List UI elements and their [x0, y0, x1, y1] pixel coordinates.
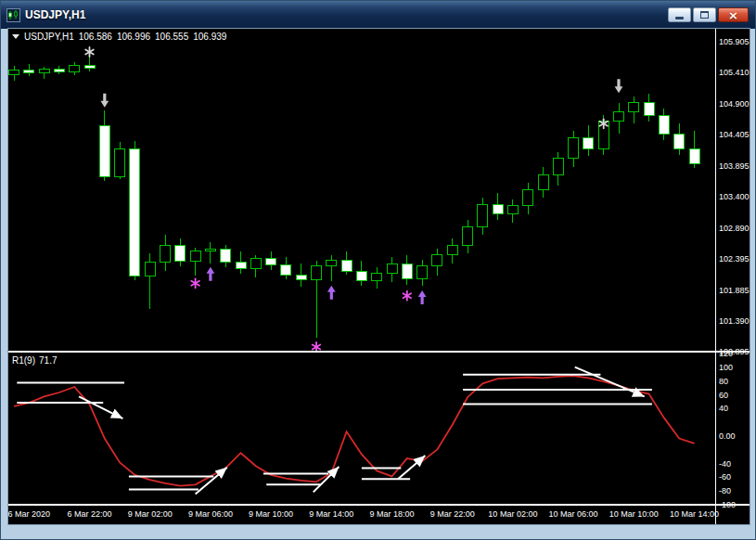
time-label: 6 Mar 2020 — [8, 509, 51, 519]
trend-segment[interactable] — [196, 468, 227, 495]
quote-high: 106.996 — [117, 32, 150, 42]
main-chart-panel[interactable]: USDJPY,H1 106.586 106.996 106.555 106.93… — [8, 29, 715, 351]
time-label: 10 Mar 06:00 — [549, 509, 598, 519]
price-label: 104.405 — [719, 130, 750, 139]
price-label: 104.900 — [719, 99, 750, 109]
time-label: 9 Mar 18:00 — [369, 509, 414, 519]
indicator-value: 71.7 — [39, 355, 57, 366]
star-signal-icon — [85, 47, 94, 57]
price-axis[interactable]: 105.905105.410104.900104.405103.895103.4… — [717, 29, 750, 351]
indicator-name: R1(9) — [12, 355, 35, 366]
chart-symbol: USDJPY,H1 — [24, 32, 74, 42]
candle — [432, 249, 442, 276]
candle — [569, 131, 579, 167]
price-label: 103.895 — [719, 161, 750, 171]
price-label: 105.410 — [719, 68, 750, 77]
candle — [160, 235, 171, 271]
indicator-scale-label: 80 — [719, 377, 728, 386]
candle — [629, 96, 639, 123]
chevron-down-icon[interactable] — [12, 34, 19, 39]
time-label: 10 Mar 02:00 — [488, 509, 537, 519]
time-label: 9 Mar 06:00 — [188, 509, 233, 519]
candle — [356, 261, 366, 286]
price-label: 101.390 — [719, 316, 750, 326]
candle — [644, 94, 654, 121]
up-arrow-signal-icon — [207, 267, 215, 281]
indicator-scale-label: 100 — [719, 363, 733, 372]
level-lines — [17, 367, 652, 495]
window-controls: × — [668, 7, 749, 22]
window-icon — [6, 8, 20, 22]
candle — [236, 251, 246, 274]
chart-area: USDJPY,H1 106.586 106.996 106.555 106.93… — [8, 29, 750, 524]
price-label: 105.905 — [719, 37, 750, 46]
candle — [221, 245, 231, 267]
candle — [478, 198, 488, 235]
down-arrow-signal-icon — [100, 94, 109, 108]
candle — [327, 255, 337, 281]
indicator-scale-label: 40 — [719, 404, 728, 413]
indicator-scale-label: 0.00 — [719, 431, 736, 441]
indicator-axis[interactable]: 1201008060400.00-40-60-80-100 — [717, 353, 750, 524]
candle — [463, 220, 473, 253]
candle — [341, 251, 352, 275]
candle — [54, 66, 64, 74]
price-label: 102.395 — [719, 254, 750, 264]
window-title: USDJPY,H1 — [25, 8, 85, 21]
candle — [447, 238, 457, 264]
candle — [402, 255, 412, 285]
indicator-scale-label: 120 — [719, 349, 733, 358]
close-button[interactable]: × — [718, 7, 749, 22]
candle — [507, 199, 518, 223]
candle — [674, 123, 685, 154]
close-icon: × — [728, 9, 738, 21]
indicator-panel[interactable]: R1(9) 71.7 — [8, 353, 715, 504]
indicator-scale-label: -100 — [719, 500, 736, 509]
restore-icon — [700, 11, 709, 19]
trend-segment[interactable] — [79, 396, 122, 418]
quote-close: 106.939 — [193, 32, 226, 42]
price-label: 101.885 — [719, 286, 750, 295]
time-label: 9 Mar 22:00 — [430, 509, 475, 519]
candle — [312, 261, 322, 338]
indicator-info: R1(9) 71.7 — [12, 355, 57, 366]
time-label: 6 Mar 22:00 — [67, 509, 111, 519]
candle — [130, 141, 140, 280]
star-signal-icon — [313, 342, 321, 351]
candle — [523, 183, 533, 213]
indicator-scale-label: -60 — [719, 472, 731, 482]
candle — [614, 103, 624, 134]
star-signal-icon — [404, 291, 412, 301]
down-arrow-signal-icon — [615, 79, 623, 93]
candle — [417, 260, 428, 286]
quote-low: 106.555 — [155, 32, 188, 42]
restore-button[interactable] — [693, 7, 716, 22]
trend-segment[interactable] — [575, 367, 645, 397]
price-label: 103.400 — [719, 192, 750, 201]
price-label: 102.890 — [719, 224, 750, 233]
titlebar[interactable]: USDJPY,H1 × — [1, 1, 755, 29]
candle — [145, 253, 155, 309]
candle — [175, 238, 186, 265]
time-label: 9 Mar 10:00 — [249, 509, 293, 519]
trend-segment[interactable] — [314, 467, 340, 492]
minimize-button[interactable] — [668, 7, 691, 22]
up-arrow-signal-icon — [327, 286, 336, 300]
time-label: 9 Mar 14:00 — [309, 509, 353, 519]
candle — [659, 109, 669, 139]
candle — [689, 131, 699, 168]
star-signal-icon — [191, 278, 199, 288]
indicator-scale-label: -80 — [719, 486, 731, 495]
indicator-chart — [8, 353, 715, 504]
quote-open: 106.586 — [79, 32, 112, 42]
time-axis[interactable]: 6 Mar 20206 Mar 22:009 Mar 02:009 Mar 06… — [8, 506, 715, 524]
candles — [9, 57, 700, 338]
candle — [553, 152, 563, 186]
candle — [99, 110, 109, 182]
time-label: 10 Mar 10:00 — [609, 509, 659, 519]
chart-info: USDJPY,H1 106.586 106.996 106.555 106.93… — [12, 32, 226, 42]
candle — [250, 255, 261, 277]
candle — [583, 125, 594, 156]
minimize-icon — [675, 17, 684, 19]
price-axis-separator — [715, 29, 716, 524]
